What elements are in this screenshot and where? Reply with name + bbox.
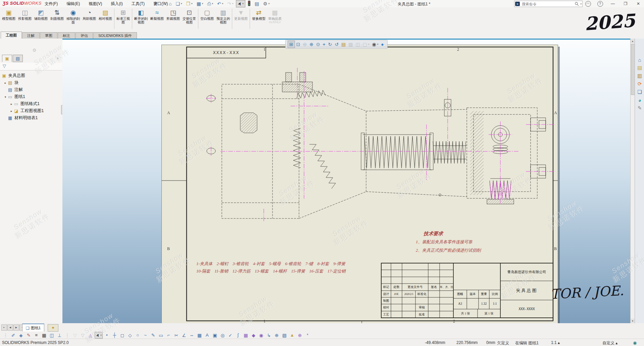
tab-drawing[interactable]: 工程图 [1,32,22,39]
search-dropdown-caret[interactable]: ▾ [580,3,582,5]
tree-expander-icon[interactable]: ▸ [3,81,8,85]
grid-tool[interactable]: ▦ [196,332,203,338]
surface-finish-tool[interactable]: ✓ [227,332,234,338]
options-gear-button[interactable]: ⚙▾ [261,0,271,7]
dropdown-caret[interactable]: ▾ [212,2,213,5]
display-style-button[interactable]: ▢▾ [361,41,371,48]
model-view-button[interactable]: ▣模型视图 [1,8,17,20]
dropdown-caret[interactable]: ▾ [232,2,234,5]
globe-icon[interactable]: ◉ [633,340,637,345]
magnetic-line-tool[interactable]: ◉ [258,332,265,338]
close-button[interactable]: ✕ [633,0,644,7]
minimize-button[interactable]: — [607,0,618,7]
dropdown-caret[interactable]: ▾ [100,334,102,337]
table-tool[interactable]: ▦ [242,332,249,338]
menu-view[interactable]: 视图(V) [84,0,106,7]
mirror-tool[interactable]: ⇔ [188,332,195,338]
hatch-fill-tool[interactable]: ▨ [281,332,288,338]
tree-item-sheet1-node[interactable]: ▾▭图纸1 [0,93,62,100]
render-mode-button[interactable]: ● [380,41,385,48]
file-explorer-icon[interactable]: ▥ [636,72,644,80]
magnified-selection-button[interactable]: ⊙ [315,41,321,48]
tab-dimension[interactable]: 标注 [58,32,75,39]
zoom-to-area-button[interactable]: ⊡ [295,41,302,48]
broken-out-section-button[interactable]: ◧断开的剖视图 [133,8,149,24]
rectangle-tool[interactable]: ▭ [157,332,164,338]
text-tool[interactable]: A [204,332,211,338]
appearances-scenes-icon[interactable]: ◕ [636,96,644,104]
block-tool[interactable]: ◆ [250,332,257,338]
view-palette-icon[interactable]: ❏ [636,88,644,96]
tab-annotation[interactable]: 注解 [22,32,40,39]
filter-funnel-icon[interactable]: ▽ [3,63,6,68]
pan-button[interactable]: ⌖ [321,41,327,48]
zoom-to-selection-button[interactable]: ⊕ [308,41,315,48]
corner-tool[interactable]: ⌐ [165,332,172,338]
home-button[interactable]: ⌂ [167,0,173,7]
tree-expander-icon[interactable]: ▾ [3,95,8,99]
forum-sync-icon[interactable]: ⟳ [636,80,644,88]
menu-edit[interactable]: 编辑(E) [62,0,84,7]
plane-tool[interactable]: ◻ [119,332,126,338]
relative-view-button[interactable]: ▨相对视图 [97,8,113,20]
save-button[interactable]: ▦▾ [195,0,205,7]
removed-section-button[interactable]: ◉移除的剖面 [65,8,81,24]
dropdown-caret[interactable]: ▾ [377,43,379,46]
tree-item-drawing-view1-node[interactable]: ▸◪工程图视图1 [0,107,62,114]
document-properties-button[interactable]: ▤ [253,0,261,7]
custom-properties-icon[interactable]: ✎ [636,104,644,112]
tab-evaluate[interactable]: 评估 [76,32,93,39]
point-tool[interactable]: • [103,332,110,338]
next-sheet-button[interactable]: ▶ [13,325,19,331]
search-box[interactable]: > ▾ [514,1,583,7]
crop-view-button[interactable]: ◳剪裁视图 [165,8,181,20]
tree-expander-icon[interactable]: ▸ [9,109,14,113]
tab-addins[interactable]: SOLIDWORKS 插件 [93,32,137,39]
projected-view-button[interactable]: ◫投影视图 [17,8,33,20]
datum-tool[interactable]: ⊥ [56,332,63,338]
center-mark-tool[interactable]: ⊕ [273,332,280,338]
filter-vertices-tool[interactable]: ◬ [87,332,94,338]
sheet1-tab[interactable]: ❏图纸1 [22,324,44,332]
line-format-tool[interactable]: ≡ [33,332,40,338]
standard-3-view-button[interactable]: ⊞标准三视图 [115,8,131,24]
first-sheet-button[interactable]: ⇤ [1,325,7,331]
polygon-tool[interactable]: ◇ [127,332,134,338]
model-items-tool[interactable]: ◈ [17,332,24,338]
view-arrow-tool[interactable]: ↳ [265,332,273,338]
spline-tool[interactable]: ~ [142,332,149,338]
section-view-button[interactable]: ⇅剖面视图 [49,8,65,20]
help-icon[interactable]: ? [595,0,605,7]
restore-button[interactable]: ❐ [620,0,631,7]
angle-dimension-tool[interactable]: ∠ [181,332,188,338]
hide-show-items-button[interactable]: ◫ [354,41,361,48]
search-icon[interactable] [575,2,579,6]
sketch-pencil-tool[interactable]: ✎ [150,332,157,338]
panel-expand-chevron[interactable]: › [57,55,58,60]
undo-button[interactable]: ↶▾ [215,0,225,7]
zoom-out-button[interactable]: ⊖ [301,41,308,48]
break-view-button[interactable]: ≈断裂视图 [149,8,165,20]
drawing-sheet[interactable]: 1 2 1 2 A B A B [161,45,558,323]
redo-button[interactable]: ↷▾ [226,0,235,7]
panel-collapse-handle[interactable] [33,49,36,52]
pin-menu-icon[interactable]: ✦ [154,1,158,6]
open-button[interactable]: ❐▾ [185,0,194,7]
filter-clear-tool[interactable]: ▽ [71,332,79,338]
tree-item-fixture-assembly-root[interactable]: ▣夹具总图 [0,72,62,79]
dropdown-caret[interactable]: ▾ [222,2,224,5]
sheet-scale[interactable]: 1:1 ▴ [551,340,560,345]
previous-sheet-button[interactable]: ◀ [7,325,13,331]
menu-tools[interactable]: 工具(T) [127,0,149,7]
display-manager-tab[interactable]: ▤ [13,55,23,62]
update-view-button[interactable]: ▼更新视图 [233,8,249,20]
tree-item-bom-table1-node[interactable]: ▦材料明细表1 [0,114,62,121]
menu-file[interactable]: 文件(F) [40,0,62,7]
scrollbar-thumb[interactable] [631,44,635,95]
filter-edges-tool[interactable]: ▽ [79,332,86,338]
dropdown-caret[interactable]: ▾ [268,2,270,5]
dropdown-caret[interactable]: ▾ [368,43,369,46]
centerline-tool[interactable]: ┼ [111,332,118,338]
graphics-viewport[interactable]: 1 2 1 2 A B A B [62,39,635,323]
tree-item-annotations-folder[interactable]: ▤注解 [0,86,62,93]
